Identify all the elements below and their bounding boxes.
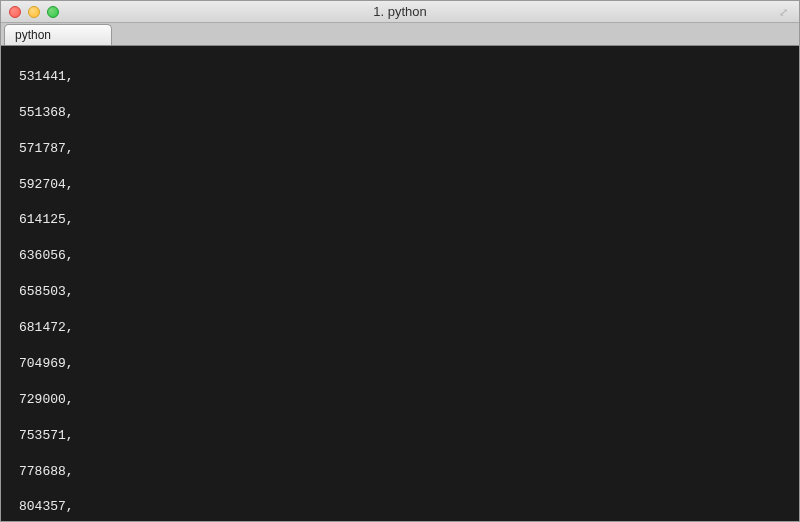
output-line: 531441, — [19, 68, 799, 86]
close-icon[interactable] — [9, 6, 21, 18]
output-line: 681472, — [19, 319, 799, 337]
terminal-body[interactable]: 531441, 551368, 571787, 592704, 614125, … — [1, 46, 799, 521]
output-line: 571787, — [19, 140, 799, 158]
window-title: 1. python — [373, 4, 427, 19]
titlebar: 1. python — [1, 1, 799, 23]
output-line: 658503, — [19, 283, 799, 301]
terminal-window: 1. python python 531441, 551368, 571787,… — [0, 0, 800, 522]
output-line: 804357, — [19, 498, 799, 516]
minimize-icon[interactable] — [28, 6, 40, 18]
output-line: 753571, — [19, 427, 799, 445]
traffic-lights — [9, 6, 59, 18]
output-line: 614125, — [19, 211, 799, 229]
output-line: 778688, — [19, 463, 799, 481]
fullscreen-icon[interactable] — [779, 5, 793, 19]
output-line: 729000, — [19, 391, 799, 409]
output-line: 551368, — [19, 104, 799, 122]
tab-python[interactable]: python — [4, 24, 112, 45]
tab-bar: python — [1, 23, 799, 46]
zoom-icon[interactable] — [47, 6, 59, 18]
output-line: 592704, — [19, 176, 799, 194]
output-line: 636056, — [19, 247, 799, 265]
output-line: 704969, — [19, 355, 799, 373]
